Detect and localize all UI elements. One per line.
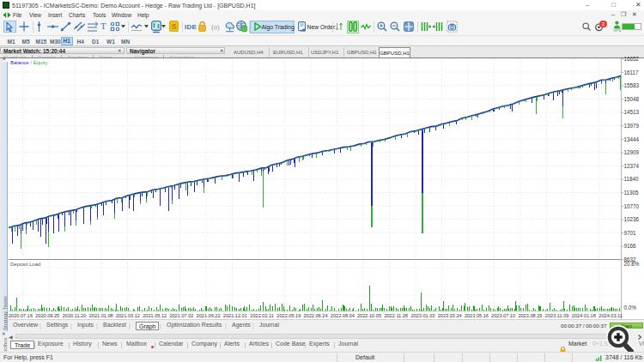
svg-text:12374: 12374	[624, 163, 640, 169]
svg-text:2022.08.04: 2022.08.04	[331, 313, 355, 318]
svg-text:2022.06.24: 2022.06.24	[304, 313, 328, 318]
svg-text:11305: 11305	[624, 190, 640, 196]
svg-text:2020.09.25: 2020.09.25	[35, 313, 59, 318]
svg-text:2021.09.22: 2021.09.22	[197, 313, 221, 318]
svg-text:2024.03.11: 2024.03.11	[598, 313, 623, 318]
svg-text:13979: 13979	[624, 123, 640, 129]
svg-text:2024.01.18: 2024.01.18	[572, 313, 596, 318]
svg-text:2023.05.16: 2023.05.16	[465, 313, 489, 318]
svg-text:Balance / Equity: Balance / Equity	[10, 60, 47, 65]
svg-text:2022.10.05: 2022.10.05	[357, 313, 381, 318]
svg-text:2023.07.10: 2023.07.10	[491, 313, 515, 318]
svg-text:2021.07.02: 2021.07.02	[169, 313, 193, 318]
svg-text:2023.11.09: 2023.11.09	[545, 313, 569, 318]
svg-text:15583: 15583	[624, 82, 640, 88]
svg-text:VPS: VPS	[613, 28, 621, 33]
svg-text:2023.01.03: 2023.01.03	[410, 313, 434, 318]
svg-text:2020.11.20: 2020.11.20	[63, 313, 87, 318]
svg-text:2021.05.12: 2021.05.12	[143, 313, 167, 318]
svg-text:2021.03.12: 2021.03.12	[116, 313, 140, 318]
svg-text:11840: 11840	[624, 176, 640, 182]
svg-text:2023.03.24: 2023.03.24	[438, 313, 462, 318]
svg-text:15048: 15048	[624, 96, 640, 102]
svg-text:14513: 14513	[624, 109, 640, 115]
svg-text:20.8%: 20.8%	[624, 261, 640, 267]
svg-text:2022.11.28: 2022.11.28	[384, 313, 408, 318]
svg-text:16652: 16652	[624, 56, 640, 62]
svg-text:0.0%: 0.0%	[624, 305, 637, 311]
svg-text:2022.02.11: 2022.02.11	[250, 313, 274, 318]
svg-text:2023.08.29: 2023.08.29	[518, 313, 542, 318]
svg-text:16117: 16117	[624, 69, 640, 75]
svg-text:10236: 10236	[624, 216, 640, 222]
svg-text:2021.12.01: 2021.12.01	[223, 313, 247, 318]
svg-text:12909: 12909	[624, 149, 640, 155]
svg-text:10770: 10770	[624, 203, 640, 209]
svg-text:2020.07.16: 2020.07.16	[9, 313, 33, 318]
svg-text:2021.01.08: 2021.01.08	[89, 313, 113, 318]
svg-text:2022.05.19: 2022.05.19	[276, 313, 301, 318]
svg-text:Deposit Load: Deposit Load	[10, 262, 40, 267]
svg-text:9701: 9701	[624, 230, 637, 236]
svg-text:9166: 9166	[624, 243, 637, 249]
svg-text:13444: 13444	[624, 136, 640, 142]
